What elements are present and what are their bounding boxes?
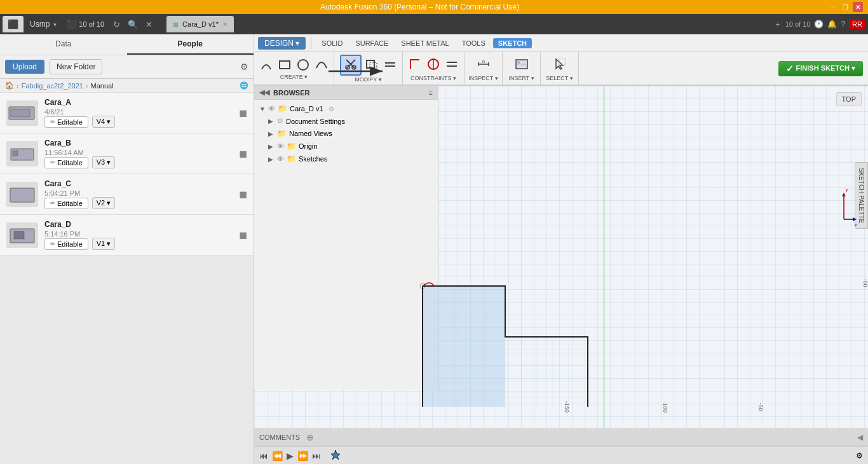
- browser-item-sketches[interactable]: ▶ 👁 📁 Sketches: [254, 153, 438, 165]
- tab-close-icon[interactable]: ✕: [222, 21, 227, 28]
- constraint-equal-tool[interactable]: [444, 56, 460, 74]
- add-tab-icon[interactable]: ＋: [774, 19, 782, 30]
- top-view-label: TOP: [836, 92, 862, 106]
- main-area: DESIGN ▾ SOLID SURFACE SHEET METAL TOOLS…: [254, 34, 868, 464]
- doc-tab-cara-d[interactable]: ◼ Cara_D v1* ✕: [166, 16, 234, 32]
- modify-label[interactable]: MODIFY ▾: [355, 76, 381, 83]
- main-menu-icon[interactable]: ⬛: [3, 16, 24, 32]
- offset-tool[interactable]: [363, 56, 380, 74]
- upload-button[interactable]: Upload: [5, 60, 44, 74]
- version-button[interactable]: V4 ▾: [92, 116, 116, 128]
- refresh-icon: ↻: [113, 20, 120, 29]
- file-actions: ✏ Editable V3 ▾: [44, 156, 233, 168]
- play-icon[interactable]: ▶: [287, 451, 294, 461]
- canvas-settings-icon[interactable]: ⚙: [856, 451, 863, 460]
- user-avatar: RR: [849, 19, 865, 29]
- canvas-area[interactable]: ◀◀ BROWSER ≡ ▼ 👁 📁 Cara_D v1 ⚙: [254, 86, 868, 428]
- dimension-tool[interactable]: D: [475, 56, 492, 74]
- equal-tool[interactable]: [382, 56, 398, 74]
- svg-marker-50: [853, 217, 857, 221]
- sketch-palette-tab[interactable]: SKETCH PALETTE: [855, 162, 868, 229]
- search-area[interactable]: 🔍: [125, 16, 140, 32]
- constraint-circle-tool[interactable]: [425, 56, 442, 74]
- editable-button[interactable]: ✏ Editable: [44, 238, 88, 250]
- tab-sketch[interactable]: SKETCH: [493, 38, 532, 48]
- select-section: SELECT ▾: [541, 52, 579, 85]
- people-tab[interactable]: People: [127, 34, 254, 55]
- circle-tool[interactable]: [295, 57, 311, 73]
- breadcrumb-item-manual[interactable]: Manual: [91, 82, 114, 90]
- browser-item-named-views[interactable]: ▶ 📁 Named Views: [254, 127, 438, 140]
- settings-small-icon[interactable]: ⚙: [329, 106, 334, 113]
- tab-sheet-metal[interactable]: SHEET METAL: [396, 38, 454, 48]
- app-icon: ⬛: [8, 19, 18, 29]
- finish-sketch-button[interactable]: ✓ FINISH SKETCH ▾: [778, 61, 863, 76]
- home-icon[interactable]: 🏠: [5, 81, 14, 90]
- svg-marker-53: [331, 450, 340, 460]
- add-comment-icon[interactable]: ⊕: [306, 432, 314, 442]
- close-button[interactable]: ✕: [853, 2, 863, 12]
- editable-button[interactable]: ✏ Editable: [44, 198, 88, 209]
- window-title: Autodesk Fusion 360 (Personal – Not for …: [12, 3, 827, 11]
- constraint-circle-icon: [426, 57, 440, 71]
- tab-label: Cara_D v1*: [182, 20, 219, 28]
- close-panel-btn[interactable]: ✕: [143, 16, 155, 32]
- create-label[interactable]: CREATE ▾: [280, 74, 308, 80]
- timeline-pin-icon[interactable]: [330, 449, 341, 462]
- user-area[interactable]: Usmp ▾: [26, 16, 60, 32]
- version-button[interactable]: V1 ▾: [92, 238, 116, 250]
- browser-collapse-icon[interactable]: ◀◀: [259, 88, 269, 97]
- browser-item-origin[interactable]: ▶ 👁 📁 Origin: [254, 140, 438, 153]
- svg-rect-3: [13, 151, 18, 156]
- next-icon[interactable]: ⏩: [297, 451, 308, 461]
- file-name: Cara_C: [44, 179, 233, 188]
- folder-icon: 📁: [287, 142, 296, 151]
- minimize-button[interactable]: –: [827, 2, 837, 12]
- browser-menu-icon[interactable]: ≡: [429, 89, 433, 97]
- curve-tool[interactable]: [313, 57, 330, 73]
- close-icon: ✕: [146, 20, 153, 29]
- help-icon: ?: [841, 20, 845, 29]
- version-button[interactable]: V3 ▾: [92, 156, 116, 168]
- select-tool[interactable]: [552, 56, 568, 74]
- breadcrumb-item-fabdig[interactable]: Fabdig_ac2t2_2021: [22, 82, 83, 90]
- trim-tool[interactable]: [340, 55, 362, 76]
- rect-tool[interactable]: [276, 57, 293, 73]
- file-thumbnail: [6, 182, 38, 207]
- new-folder-button[interactable]: New Folder: [50, 59, 102, 74]
- constraints-icons: [407, 56, 460, 74]
- data-tab[interactable]: Data: [0, 34, 127, 55]
- file-item: Cara_B 11:56:14 AM ✏ Editable V3 ▾: [0, 133, 254, 174]
- select-icon: [553, 57, 567, 71]
- constraints-label[interactable]: CONSTRAINTS ▾: [410, 75, 456, 81]
- content: Data People Upload New Folder ⚙ 🏠 › Fabd…: [0, 34, 868, 464]
- browser-item-cara-d[interactable]: ▼ 👁 📁 Cara_D v1 ⚙: [254, 102, 438, 115]
- inspect-label[interactable]: INSPECT ▾: [468, 75, 498, 81]
- design-mode-button[interactable]: DESIGN ▾: [258, 37, 306, 50]
- comments-collapse-icon[interactable]: ◀: [857, 433, 863, 442]
- tab-tools[interactable]: TOOLS: [457, 38, 491, 48]
- version-button[interactable]: V2 ▾: [92, 197, 116, 209]
- tab-surface[interactable]: SURFACE: [350, 38, 393, 48]
- browser-item-label: Origin: [299, 142, 317, 150]
- file-item: Cara_D 5:14:16 PM ✏ Editable V1 ▾: [0, 215, 254, 256]
- insert-label[interactable]: INSERT ▾: [508, 75, 534, 81]
- restore-button[interactable]: ❐: [840, 2, 850, 12]
- constraint-perpendicular-tool[interactable]: [407, 56, 423, 74]
- select-label[interactable]: SELECT ▾: [546, 75, 573, 81]
- editable-button[interactable]: ✏ Editable: [44, 157, 88, 168]
- skip-first-icon[interactable]: ⏮: [259, 451, 268, 461]
- browser-item-doc-settings[interactable]: ▶ ⚙ Document Settings: [254, 115, 438, 127]
- panel-settings-icon[interactable]: ⚙: [240, 62, 248, 72]
- tab-solid[interactable]: SOLID: [316, 38, 348, 48]
- scissors-icon: [344, 57, 358, 71]
- editable-button[interactable]: ✏ Editable: [44, 116, 88, 128]
- arc-tool[interactable]: [258, 57, 275, 73]
- cara-a-thumb: [8, 102, 37, 125]
- insert-image-tool[interactable]: [513, 56, 530, 74]
- prev-icon[interactable]: ⏪: [272, 451, 283, 461]
- toolbar-tabs: DESIGN ▾ SOLID SURFACE SHEET METAL TOOLS…: [254, 34, 868, 52]
- sync-icon: ⬛: [67, 20, 76, 29]
- refresh-area[interactable]: ↻: [111, 16, 123, 32]
- skip-last-icon[interactable]: ⏭: [312, 451, 321, 461]
